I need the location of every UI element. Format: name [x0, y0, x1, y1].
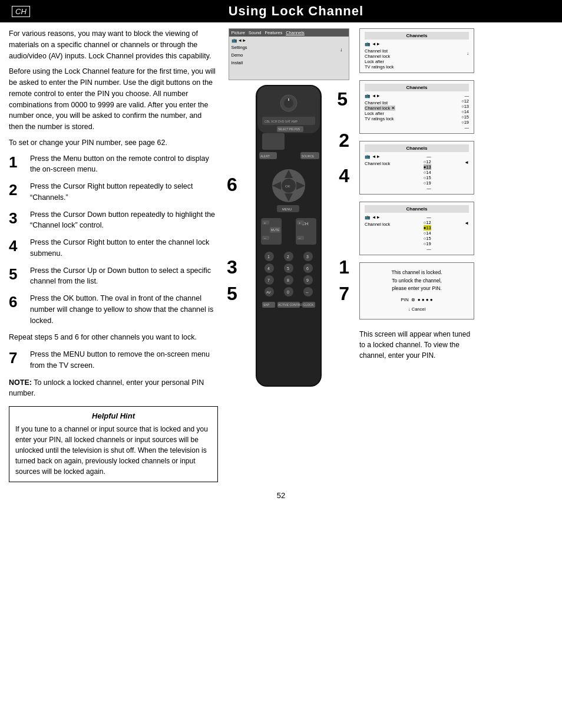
svg-text:5: 5	[287, 266, 289, 271]
menu-screenshot-top: Picture Sound Features Channels 📺 ◄► Set…	[229, 28, 349, 80]
svg-text:–: –	[306, 289, 309, 295]
chapter-label: CH	[12, 6, 30, 17]
cancel-row: ↓ Cancel	[365, 306, 469, 313]
step-7-text: Press the MENU button to remove the on-s…	[30, 349, 218, 371]
screen1-left: 📺 ◄► Channel list Channel lock Lock afte…	[365, 41, 394, 70]
tv-arrow-3: ◄►	[372, 154, 381, 159]
step-3-text: Press the Cursor Down button repeatedly …	[30, 209, 218, 232]
right-column: Channels 📺 ◄► Channel list Channel lock …	[359, 28, 553, 482]
svg-text:4: 4	[267, 266, 270, 271]
screen3-body: 📺 ◄► Channel lock — ○12 ●13 ○14 ○15 ○19 …	[365, 154, 469, 191]
hint-title: Helpful Hint	[15, 411, 211, 420]
channel-list-label-1: Channel list	[365, 48, 394, 54]
screen4-arrow: ◄	[464, 215, 469, 252]
channel-screen-3: Channels 📺 ◄► Channel lock — ○12 ●13 ○14…	[359, 141, 474, 195]
step-6: 6 Press the OK button. The oval in front…	[9, 293, 218, 326]
screen2-left: 📺 ◄► Channel list Channel lock ✕ Lock af…	[365, 93, 395, 130]
step-3-number: 3	[9, 210, 25, 226]
screen1-tv-row: 📺 ◄►	[365, 41, 394, 47]
ch-dash-3: —	[424, 154, 431, 159]
ch-014-1: ○14	[461, 109, 469, 114]
screen4-header: Channels	[365, 205, 469, 213]
tv-arrow-1: ◄►	[372, 41, 381, 47]
step-1: 1 Press the Menu button on the remote co…	[9, 153, 218, 176]
tv-icon-1: 📺	[365, 41, 370, 47]
ch-dash-4: —	[424, 186, 431, 191]
svg-text:MENU: MENU	[282, 207, 292, 211]
step-7-number: 7	[9, 350, 25, 365]
screen3-header: Channels	[365, 144, 469, 152]
menu-settings: Settings	[232, 44, 349, 52]
screen4-body: 📺 ◄► Channel lock — ○12 ●13 ○14 ○15 ○19 …	[365, 215, 469, 252]
ch-013-4-locked: ●13	[424, 225, 431, 230]
channel-lock-label-4: Channel lock	[365, 222, 390, 227]
step-6-text: Press the OK button. The oval in front o…	[30, 293, 218, 326]
svg-text:ACTIVE CONTROL: ACTIVE CONTROL	[278, 303, 304, 307]
channel-screen-1: Channels 📺 ◄► Channel list Channel lock …	[359, 28, 474, 73]
callout-1: 1	[339, 256, 349, 278]
ch-012-3: ○12	[424, 159, 431, 164]
step-4-number: 4	[9, 238, 25, 253]
screen2-tv-row: 📺 ◄►	[365, 93, 395, 98]
tv-arrow-2: ◄►	[372, 93, 381, 98]
hint-body: If you tune to a channel or input source…	[15, 424, 211, 477]
channel-lock-label-2-selected: Channel lock ✕	[365, 106, 395, 111]
callout-5a: 5	[337, 88, 348, 110]
callout-7: 7	[339, 283, 349, 305]
screen4-tv-row: 📺 ◄►	[365, 215, 390, 220]
step-7: 7 Press the MENU button to remove the on…	[9, 349, 218, 371]
svg-text:6: 6	[306, 266, 309, 271]
svg-text:+: +	[264, 221, 266, 225]
step-5-number: 5	[9, 266, 25, 282]
screen3-left: 📺 ◄► Channel lock	[365, 154, 390, 191]
note-text: NOTE: To unlock a locked channel, enter …	[9, 377, 218, 400]
page-number: 52	[277, 491, 285, 500]
svg-text:3: 3	[306, 255, 309, 259]
ch-019-1: ○19	[461, 120, 469, 125]
step-6-number: 6	[9, 294, 25, 309]
page-footer: 52	[0, 491, 562, 509]
screen4-left: 📺 ◄► Channel lock	[365, 215, 390, 252]
menu-demo: Demo	[232, 52, 349, 60]
svg-text:7: 7	[267, 278, 270, 282]
screen1-body: 📺 ◄► Channel list Channel lock Lock afte…	[365, 41, 469, 70]
svg-text:ALERT: ALERT	[260, 154, 270, 158]
pin-icon: ⊗	[411, 297, 415, 304]
screen2-channels: — ○12 ○13 ○14 ○15 ○19 —	[461, 93, 469, 130]
channel-lock-label-1: Channel lock	[365, 54, 394, 59]
tab-picture: Picture	[232, 30, 245, 35]
screen2-header: Channels	[365, 84, 469, 91]
ch-015-3: ○15	[424, 175, 431, 180]
ch-015-4: ○15	[424, 236, 431, 241]
tv-label-row: 📺 ◄►	[229, 37, 349, 44]
step-5: 5 Press the Cursor Up or Down button to …	[9, 265, 218, 288]
steps-list: 1 Press the Menu button on the remote co…	[9, 153, 218, 327]
svg-text:1: 1	[267, 255, 270, 259]
menu-tabs: Picture Sound Features Channels	[229, 29, 349, 37]
tab-sound: Sound	[249, 30, 262, 35]
pin-row: PIN ⊗ ● ● ● ●	[365, 297, 469, 304]
intro-para1: For various reasons, you may want to blo…	[9, 28, 218, 61]
locked-channel-screen: This channel is locked. To unlock the ch…	[359, 262, 474, 319]
step-1-text: Press the Menu button on the remote cont…	[30, 153, 218, 176]
step-4: 4 Press the Cursor Right button to enter…	[9, 237, 218, 259]
cancel-arrow: ↓	[408, 307, 411, 312]
tv-icon-center: 📺	[232, 38, 237, 43]
repeat-text: Repeat steps 5 and 6 for other channels …	[9, 332, 218, 343]
ch-012-1: ○12	[461, 98, 469, 104]
svg-text:+: +	[299, 221, 301, 225]
step-2: 2 Press the Cursor Right button repeated…	[9, 181, 218, 203]
ch-015-1: ○15	[461, 114, 469, 120]
hint-title-text: Helpful Hint	[92, 411, 135, 420]
step-2-number: 2	[9, 182, 25, 197]
cancel-label: Cancel	[412, 307, 425, 312]
remote-illustration: 5 2 4 6 3 5 1 7	[227, 83, 351, 389]
svg-text:CBL VCR DVD SAT AMP: CBL VCR DVD SAT AMP	[265, 120, 298, 123]
svg-text:SELECT  PIG.PUS: SELECT PIG.PUS	[278, 128, 300, 131]
svg-text:9: 9	[306, 278, 309, 282]
svg-text:0: 0	[287, 290, 289, 294]
svg-text:2: 2	[287, 255, 289, 259]
screen1-header: Channels	[365, 32, 469, 39]
channel-lock-label-3: Channel lock	[365, 161, 390, 166]
screen1-right: ↓	[467, 41, 469, 70]
